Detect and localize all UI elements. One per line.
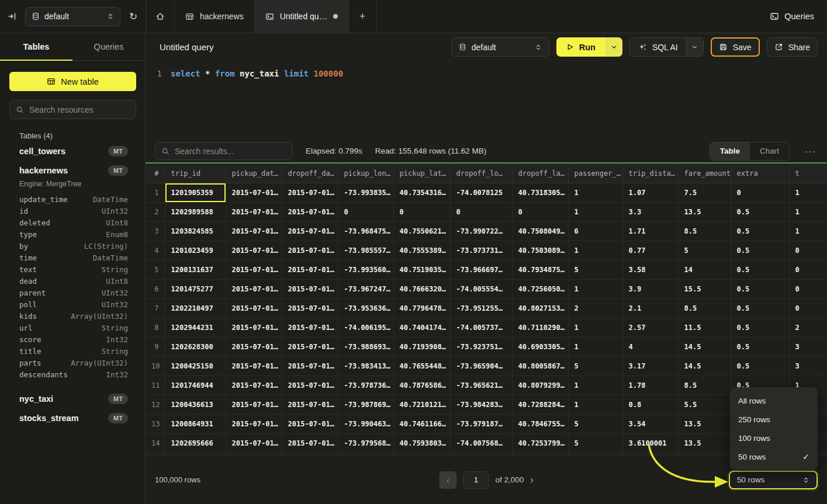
row-number[interactable]: 11 [146, 376, 165, 395]
table-cell[interactable]: -73.983413… [338, 357, 393, 376]
database-selector[interactable]: default [25, 7, 120, 26]
table-cell[interactable]: 40.7253799… [512, 434, 568, 453]
table-cell[interactable]: 40.6903305… [512, 338, 568, 357]
table-cell[interactable]: 0.5 [731, 318, 789, 338]
table-cell[interactable]: 1 [789, 203, 827, 222]
table-cell[interactable]: -73.979187… [450, 415, 512, 434]
table-cell[interactable]: 40.8027153… [512, 299, 568, 318]
queries-button[interactable]: Queries [757, 0, 827, 33]
table-cell[interactable]: 1202628300 [165, 338, 226, 357]
table-cell[interactable]: 1.78 [622, 376, 678, 395]
table-cell[interactable]: 2015-07-01… [282, 434, 338, 453]
table-cell[interactable]: 40.8079299… [512, 376, 568, 395]
table-cell[interactable]: 40.7354316… [393, 183, 450, 203]
table-cell[interactable]: -73.953636… [338, 299, 393, 318]
table-cell[interactable]: 0 [393, 203, 450, 222]
table-cell[interactable]: 1 [789, 183, 827, 203]
table-cell[interactable]: 40.7318305… [512, 183, 568, 203]
table-cell[interactable]: -73.984283… [450, 395, 512, 415]
table-cell[interactable]: 3.17 [622, 357, 678, 376]
row-number[interactable]: 2 [146, 203, 165, 222]
sidebar-search-input[interactable]: Search resources [9, 100, 136, 119]
page-number-input[interactable] [463, 471, 489, 489]
new-table-button[interactable]: New table [9, 72, 136, 91]
table-cell[interactable]: 40.7288284… [512, 395, 568, 415]
table-cell[interactable]: 2015-07-01… [226, 203, 282, 222]
table-item-cell-towers[interactable]: cell_towers MT [19, 141, 128, 161]
table-cell[interactable]: 0 [789, 299, 827, 318]
run-button[interactable]: Run [556, 37, 605, 57]
table-cell[interactable]: -74.0078125 [450, 183, 512, 203]
table-cell[interactable]: 2015-07-01… [282, 395, 338, 415]
table-cell[interactable]: 2 [568, 299, 622, 318]
row-number[interactable]: 1 [146, 183, 165, 203]
table-cell[interactable]: -74.005554… [450, 280, 512, 299]
table-cell[interactable]: -73.987869… [338, 395, 393, 415]
table-cell[interactable]: 1 [568, 183, 622, 203]
table-item-hackernews[interactable]: hackernews MT [19, 161, 128, 180]
table-cell[interactable]: -73.965621… [450, 376, 512, 395]
row-number[interactable]: 9 [146, 338, 165, 357]
row-number[interactable]: 12 [146, 395, 165, 415]
table-cell[interactable]: 14.5 [678, 357, 731, 376]
results-search-input[interactable]: Search results... [155, 142, 293, 160]
table-cell[interactable]: -73.993560… [338, 260, 393, 280]
table-cell[interactable]: -73.978736… [338, 376, 393, 395]
table-cell[interactable]: 1202695666 [165, 434, 226, 453]
table-cell[interactable]: 1 [568, 376, 622, 395]
table-cell[interactable]: -74.006195… [338, 318, 393, 338]
table-cell[interactable]: 2015-07-01… [226, 415, 282, 434]
table-cell[interactable]: 3.54 [622, 415, 678, 434]
table-cell[interactable]: 3 [789, 357, 827, 376]
table-cell[interactable]: 1 [568, 318, 622, 338]
table-cell[interactable]: 8.5 [678, 376, 731, 395]
table-cell[interactable]: -73.967247… [338, 280, 393, 299]
more-options-button[interactable]: ··· [802, 146, 818, 156]
table-cell[interactable]: 2015-07-01… [282, 222, 338, 241]
table-cell[interactable]: -73.979568… [338, 434, 393, 453]
table-cell[interactable]: 5.5 [678, 395, 731, 415]
table-cell[interactable]: 0.5 [731, 203, 789, 222]
table-cell[interactable]: 40.7110290… [512, 318, 568, 338]
table-cell[interactable]: 5 [568, 260, 622, 280]
table-cell[interactable]: 40.7503089… [512, 241, 568, 260]
table-cell[interactable]: 2015-07-01… [226, 395, 282, 415]
table-cell[interactable]: 14.5 [678, 338, 731, 357]
tab-untitled-query[interactable]: Untitled qu… [255, 0, 349, 33]
table-cell[interactable]: 2015-07-01… [282, 280, 338, 299]
table-item-nyc-taxi[interactable]: nyc_taxi MT [19, 389, 128, 408]
row-number[interactable]: 4 [146, 241, 165, 260]
table-cell[interactable]: 1200436613 [165, 395, 226, 415]
table-cell[interactable]: 3 [789, 338, 827, 357]
table-cell[interactable]: -73.966697… [450, 260, 512, 280]
collapse-sidebar-button[interactable] [4, 8, 20, 25]
column-header[interactable]: extra [731, 164, 789, 183]
table-cell[interactable]: 1200864931 [165, 415, 226, 434]
table-cell[interactable]: 2015-07-01… [226, 357, 282, 376]
page-size-option[interactable]: All rows [738, 391, 809, 410]
table-cell[interactable]: 1 [568, 395, 622, 415]
table-cell[interactable]: 3.6100001 [622, 434, 678, 453]
table-cell[interactable]: 0.5 [731, 299, 789, 318]
table-cell[interactable]: 1202989588 [165, 203, 226, 222]
table-cell[interactable]: 40.7876586… [393, 376, 450, 395]
table-cell[interactable]: 1200131637 [165, 260, 226, 280]
table-cell[interactable]: 0 [789, 260, 827, 280]
column-header[interactable]: fare_amount [678, 164, 731, 183]
table-cell[interactable]: 40.7508049… [512, 222, 568, 241]
table-cell[interactable]: 2.1 [622, 299, 678, 318]
table-cell[interactable]: 3.9 [622, 280, 678, 299]
page-size-option[interactable]: 100 rows [738, 429, 809, 447]
row-number[interactable]: 6 [146, 280, 165, 299]
table-cell[interactable]: 1203824585 [165, 222, 226, 241]
table-cell[interactable]: 1 [789, 222, 827, 241]
table-cell[interactable]: -73.990463… [338, 415, 393, 434]
table-cell[interactable]: 2015-07-01… [226, 434, 282, 453]
row-number[interactable]: 14 [146, 434, 165, 453]
column-header[interactable]: passenger_… [568, 164, 622, 183]
table-cell[interactable]: 40.7193908… [393, 338, 450, 357]
table-cell[interactable]: 1 [568, 280, 622, 299]
table-cell[interactable]: 1 [568, 241, 622, 260]
table-cell[interactable]: 8.5 [678, 222, 731, 241]
column-header[interactable]: trip_id [165, 164, 226, 183]
